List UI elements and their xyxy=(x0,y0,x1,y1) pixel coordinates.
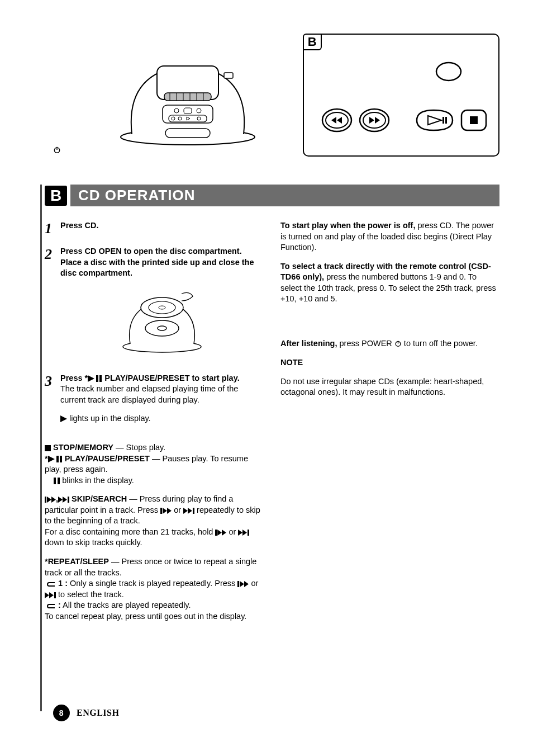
svg-rect-4 xyxy=(164,93,211,101)
svg-rect-20 xyxy=(184,108,192,114)
step-2: 2 Press CD OPEN to open the disc compart… xyxy=(45,246,264,363)
repeat-all-label: : xyxy=(56,601,61,609)
stop-memory-text: — Stops play. xyxy=(113,443,165,452)
page-number: 8 xyxy=(53,705,70,721)
svg-rect-16 xyxy=(165,129,210,138)
repeat-icon xyxy=(47,601,56,609)
svg-rect-48 xyxy=(248,530,249,536)
repeat-1-mid: or xyxy=(249,579,258,588)
stop-icon xyxy=(45,443,51,452)
svg-point-21 xyxy=(436,63,461,81)
svg-rect-39 xyxy=(56,456,59,462)
svg-rect-40 xyxy=(60,456,62,462)
skip-prev-icon xyxy=(237,579,249,588)
svg-rect-27 xyxy=(445,117,447,124)
svg-rect-26 xyxy=(442,117,444,124)
repeat-label: *REPEAT/SLEEP xyxy=(45,557,109,566)
svg-rect-38 xyxy=(45,445,51,451)
play-pause-icon xyxy=(88,374,102,382)
heading-badge: B xyxy=(45,186,67,206)
after-listening-head: After listening, xyxy=(280,339,337,348)
svg-point-34 xyxy=(145,320,179,336)
pause-icon xyxy=(54,476,60,485)
svg-rect-43 xyxy=(45,497,46,503)
svg-point-31 xyxy=(141,297,183,318)
vertical-rule xyxy=(40,185,42,711)
svg-rect-37 xyxy=(99,375,102,382)
repeat-1-label: 1 : xyxy=(56,579,68,588)
play-pause-icon xyxy=(48,454,63,463)
pause-blink-text: blinks in the display. xyxy=(62,476,134,485)
svg-rect-42 xyxy=(58,478,60,484)
power-icon xyxy=(394,339,402,348)
right-column: To start play when the power is off, pre… xyxy=(280,220,499,630)
page-footer: 8 ENGLISH xyxy=(53,705,119,721)
disc-loading-illustration xyxy=(115,282,210,355)
step-3-text-a: Press * xyxy=(60,374,88,382)
step-1-text: Press CD. xyxy=(60,221,99,230)
skip-prev-icon xyxy=(160,505,172,514)
svg-rect-49 xyxy=(237,581,239,587)
skip-extra-a: For a disc containing more than 21 track… xyxy=(45,527,215,536)
skip-label: SKIP/SEARCH xyxy=(69,494,127,503)
skip-next-icon xyxy=(238,527,249,536)
svg-rect-12 xyxy=(169,115,207,122)
footer-language: ENGLISH xyxy=(77,708,119,718)
button-panel-b: B xyxy=(303,34,499,157)
repeat-icon xyxy=(47,579,56,588)
panel-b-badge: B xyxy=(303,34,322,50)
svg-rect-41 xyxy=(54,478,56,484)
repeat-1-end: to select the track. xyxy=(56,590,124,599)
step-number: 1 xyxy=(45,220,60,236)
step-2-text: Press CD OPEN to open the disc compartme… xyxy=(60,247,254,277)
svg-rect-47 xyxy=(215,530,217,536)
step-3-text-b: PLAY/PAUSE/PRESET to start play. xyxy=(102,374,240,382)
note-body: Do not use irregular shape CDs (example:… xyxy=(280,376,499,398)
device-illustration xyxy=(84,34,292,157)
top-illustrations: B xyxy=(84,34,499,157)
section-heading: B CD OPERATION xyxy=(45,185,499,206)
skip-text-mid: or xyxy=(172,505,183,514)
power-icon xyxy=(53,145,61,154)
step-1: 1 Press CD. xyxy=(45,220,264,236)
stop-memory-label: STOP/MEMORY xyxy=(51,443,113,452)
repeat-cancel-text: To cancel repeat play, press until goes … xyxy=(45,612,246,621)
svg-rect-29 xyxy=(470,116,478,124)
play-icon xyxy=(60,414,67,423)
step-number: 3 xyxy=(45,373,60,432)
svg-rect-17 xyxy=(224,73,233,78)
step-3-note: The track number and elapsed playing tim… xyxy=(60,384,264,405)
skip-next-icon xyxy=(183,505,194,514)
repeat-1-text: Only a single track is played repeatedly… xyxy=(68,579,237,588)
repeat-all-text: All the tracks are played repeatedly. xyxy=(61,601,191,609)
skip-next-icon xyxy=(58,494,69,503)
svg-rect-45 xyxy=(160,508,162,514)
step-number: 2 xyxy=(45,246,60,363)
play-lights-text: lights up in the display. xyxy=(67,414,151,423)
note-head: NOTE xyxy=(280,357,499,368)
heading-title: CD OPERATION xyxy=(70,185,499,206)
pp-label: PLAY/PAUSE/PRESET xyxy=(63,454,150,463)
skip-next-icon xyxy=(45,590,56,599)
skip-extra-c: down to skip tracks quickly. xyxy=(45,538,142,547)
skip-prev-icon xyxy=(45,494,56,503)
after-listening-body-b: to turn off the power. xyxy=(402,339,478,348)
after-listening-body-a: press POWER xyxy=(337,339,394,348)
step-3: 3 Press * PLAY/PAUSE/PRESET to start pla… xyxy=(45,373,264,432)
left-column: 1 Press CD. 2 Press CD OPEN to open the … xyxy=(45,220,264,630)
skip-extra-b: or xyxy=(226,527,238,536)
skip-prev-icon xyxy=(215,527,226,536)
start-play-head: To start play when the power is off, xyxy=(280,221,415,230)
svg-rect-36 xyxy=(96,375,98,382)
